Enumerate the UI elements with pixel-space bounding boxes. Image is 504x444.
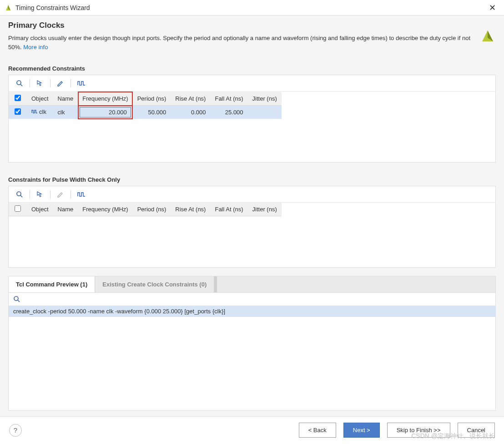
svg-line-9 xyxy=(18,300,20,302)
pulsewidth-constraints-section: Constraints for Pulse Width Check Only xyxy=(8,176,496,268)
window-title: Timing Constraints Wizard xyxy=(15,4,90,11)
page-title: Primary Clocks xyxy=(8,21,475,30)
help-button[interactable]: ? xyxy=(9,424,22,437)
select-all-checkbox[interactable] xyxy=(15,205,21,212)
tab-drag-separator[interactable] xyxy=(214,276,217,292)
pulsewidth-table: Object Name Frequency (MHz) Period (ns) … xyxy=(9,203,282,216)
table-row[interactable]: clk clk 20.000 50.000 0.000 25.000 xyxy=(9,106,282,119)
col-frequency[interactable]: Frequency (MHz) xyxy=(78,203,132,216)
cell-rise-at[interactable]: 0.000 xyxy=(171,106,210,119)
toolbar-separator xyxy=(71,79,71,87)
recommended-section-title: Recommended Constraints xyxy=(8,65,496,72)
close-button[interactable]: ✕ xyxy=(485,2,499,14)
search-button[interactable] xyxy=(12,78,27,89)
svg-point-4 xyxy=(17,81,21,85)
page-description: Primary clocks usually enter the design … xyxy=(8,34,475,51)
clock-icon xyxy=(31,109,38,116)
tab-existing-constraints[interactable]: Existing Create Clock Constraints (0) xyxy=(95,276,214,292)
waveform-button[interactable] xyxy=(74,78,89,88)
description-text: Primary clocks usually enter the design … xyxy=(8,35,470,51)
col-fall-at[interactable]: Fall At (ns) xyxy=(210,203,247,216)
toolbar-separator xyxy=(71,190,71,199)
recommended-panel: Object Name Frequency (MHz) Period (ns) … xyxy=(8,75,496,163)
waveform-button[interactable] xyxy=(74,189,89,199)
toolbar-separator xyxy=(30,190,30,199)
col-rise-at[interactable]: Rise At (ns) xyxy=(171,92,210,106)
col-fall-at[interactable]: Fall At (ns) xyxy=(210,92,247,106)
col-period[interactable]: Period (ns) xyxy=(132,92,171,106)
cell-jitter[interactable] xyxy=(248,106,282,119)
cell-object[interactable]: clk xyxy=(27,106,53,119)
select-button[interactable] xyxy=(33,189,47,200)
recommended-toolbar xyxy=(9,75,495,92)
col-name[interactable]: Name xyxy=(53,92,79,106)
edit-button[interactable] xyxy=(53,78,68,89)
col-period[interactable]: Period (ns) xyxy=(133,203,171,216)
cell-fall-at[interactable]: 25.000 xyxy=(210,106,247,119)
titlebar: Timing Constraints Wizard ✕ xyxy=(0,0,504,15)
cell-period[interactable]: 50.000 xyxy=(132,106,171,119)
preview-toolbar xyxy=(9,293,495,306)
svg-point-6 xyxy=(17,192,21,196)
pulsewidth-section-title: Constraints for Pulse Width Check Only xyxy=(8,176,496,183)
col-frequency: Frequency (MHz) xyxy=(78,92,132,106)
header: Primary Clocks Primary clocks usually en… xyxy=(8,21,496,51)
checkbox-header[interactable] xyxy=(9,92,27,106)
vendor-logo xyxy=(479,28,496,44)
select-all-checkbox[interactable] xyxy=(15,95,21,101)
back-button[interactable]: < Back xyxy=(299,423,336,438)
search-button[interactable] xyxy=(13,296,491,303)
skip-to-finish-button[interactable]: Skip to Finish >> xyxy=(387,423,450,438)
svg-point-8 xyxy=(14,296,18,301)
recommended-constraints-section: Recommended Constraints xyxy=(8,65,496,163)
main-area: Primary Clocks Primary clocks usually en… xyxy=(0,15,504,416)
more-info-link[interactable]: More info xyxy=(23,44,48,51)
col-jitter[interactable]: Jitter (ns) xyxy=(248,92,282,106)
tcl-command-line[interactable]: create_clock -period 50.000 -name clk -w… xyxy=(9,306,495,317)
col-name[interactable]: Name xyxy=(53,203,78,216)
cancel-button[interactable]: Cancel xyxy=(458,423,495,438)
tabs-bar: Tcl Command Preview (1) Existing Create … xyxy=(8,276,496,292)
tabs-container: Tcl Command Preview (1) Existing Create … xyxy=(8,276,496,411)
select-button[interactable] xyxy=(33,78,47,89)
edit-button xyxy=(53,189,68,200)
svg-line-5 xyxy=(20,84,22,86)
checkbox-header[interactable] xyxy=(9,203,27,216)
cell-name[interactable]: clk xyxy=(53,106,79,119)
col-object[interactable]: Object xyxy=(27,203,53,216)
col-jitter[interactable]: Jitter (ns) xyxy=(248,203,282,216)
app-icon xyxy=(5,4,12,11)
svg-line-7 xyxy=(20,195,22,197)
pulsewidth-toolbar xyxy=(9,186,495,203)
table-header-row: Object Name Frequency (MHz) Period (ns) … xyxy=(9,203,282,216)
table-header-row: Object Name Frequency (MHz) Period (ns) … xyxy=(9,92,282,106)
pulsewidth-panel: Object Name Frequency (MHz) Period (ns) … xyxy=(8,186,496,268)
tab-tcl-preview[interactable]: Tcl Command Preview (1) xyxy=(9,276,95,292)
col-rise-at[interactable]: Rise At (ns) xyxy=(171,203,210,216)
next-button[interactable]: Next > xyxy=(343,423,380,438)
footer: ? < Back Next > Skip to Finish >> Cancel xyxy=(0,416,504,444)
col-object[interactable]: Object xyxy=(27,92,53,106)
search-button[interactable] xyxy=(12,189,27,200)
toolbar-separator xyxy=(50,190,50,199)
tab-body: create_clock -period 50.000 -name clk -w… xyxy=(8,292,496,411)
toolbar-separator xyxy=(50,79,50,87)
recommended-table: Object Name Frequency (MHz) Period (ns) … xyxy=(9,92,282,119)
cell-frequency[interactable]: 20.000 xyxy=(78,106,132,119)
toolbar-separator xyxy=(30,79,30,87)
row-checkbox[interactable] xyxy=(15,108,21,115)
